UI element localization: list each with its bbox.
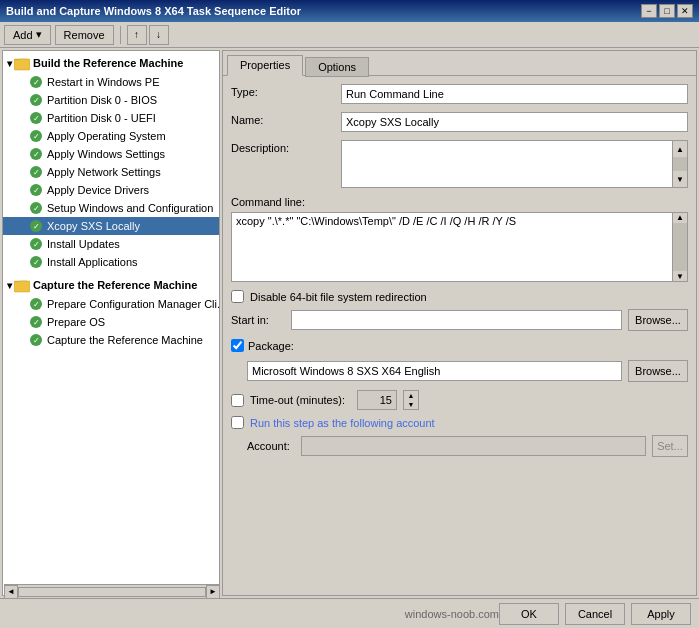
tree-items-group2: ✓Prepare Configuration Manager Cli...✓Pr…	[3, 295, 219, 349]
account-label: Account:	[231, 440, 301, 452]
disable-64bit-row: Disable 64-bit file system redirection	[231, 290, 688, 303]
tree-item-label-9: Xcopy SXS Locally	[47, 220, 140, 232]
run-as-label: Run this step as the following account	[250, 417, 435, 429]
timeout-label: Time-out (minutes):	[250, 394, 345, 406]
svg-rect-0	[14, 59, 30, 70]
tree-item-4[interactable]: ✓Apply Operating System	[3, 127, 219, 145]
h-scroll-right[interactable]: ►	[206, 585, 220, 599]
tab-properties[interactable]: Properties	[227, 55, 303, 76]
package-value-row: Browse...	[231, 360, 688, 382]
check-icon-g2-2: ✓	[29, 315, 43, 329]
watermark: windows-noob.com	[405, 608, 499, 620]
ok-button[interactable]: OK	[499, 603, 559, 625]
toolbar-icons: ↑ ↓	[127, 25, 169, 45]
cancel-button[interactable]: Cancel	[565, 603, 625, 625]
check-icon-3: ✓	[29, 111, 43, 125]
browse-button-1[interactable]: Browse...	[628, 309, 688, 331]
check-icon-2: ✓	[29, 93, 43, 107]
start-in-input[interactable]	[291, 310, 622, 330]
add-button[interactable]: Add ▾	[4, 25, 51, 45]
tree-item-3[interactable]: ✓Partition Disk 0 - UEFI	[3, 109, 219, 127]
check-icon-8: ✓	[29, 201, 43, 215]
scroll-up-btn[interactable]: ▲	[673, 142, 687, 156]
type-field	[341, 84, 688, 104]
apply-button[interactable]: Apply	[631, 603, 691, 625]
package-row: Package:	[231, 339, 688, 352]
tree-item-6[interactable]: ✓Apply Network Settings	[3, 163, 219, 181]
command-scrollbar: ▲ ▼	[672, 212, 688, 282]
check-icon-10: ✓	[29, 237, 43, 251]
tree-item-g2-3[interactable]: ✓Capture the Reference Machine	[3, 331, 219, 349]
svg-rect-1	[14, 281, 30, 292]
account-input[interactable]	[301, 436, 646, 456]
folder-icon-2	[14, 277, 30, 293]
toolbar-icon-1[interactable]: ↑	[127, 25, 147, 45]
tree-item-1[interactable]: ✓Restart in Windows PE	[3, 73, 219, 91]
timeout-checkbox[interactable]	[231, 394, 244, 407]
tree-group-capture[interactable]: ▾ Capture the Reference Machine	[3, 275, 219, 295]
tree-group-capture-label: Capture the Reference Machine	[33, 279, 197, 291]
disable-64bit-checkbox[interactable]	[231, 290, 244, 303]
tree-item-5[interactable]: ✓Apply Windows Settings	[3, 145, 219, 163]
tree-group-build[interactable]: ▾ Build the Reference Machine	[3, 53, 219, 73]
package-input[interactable]	[247, 361, 622, 381]
timeout-row: Time-out (minutes): ▲ ▼	[231, 390, 688, 410]
type-row: Type:	[231, 84, 688, 104]
tree-item-g2-label-2: Prepare OS	[47, 316, 105, 328]
description-textarea[interactable]	[341, 140, 672, 188]
horizontal-scrollbar: ◄ ►	[4, 584, 220, 598]
tree-item-2[interactable]: ✓Partition Disk 0 - BIOS	[3, 91, 219, 109]
name-label: Name:	[231, 112, 341, 126]
minimize-button[interactable]: −	[641, 4, 657, 18]
tree-item-10[interactable]: ✓Install Updates	[3, 235, 219, 253]
spin-down[interactable]: ▼	[404, 400, 418, 409]
scroll-down-btn[interactable]: ▼	[673, 172, 687, 186]
check-icon-11: ✓	[29, 255, 43, 269]
tree-group-build-label: Build the Reference Machine	[33, 57, 183, 69]
h-scroll-left[interactable]: ◄	[4, 585, 18, 599]
spin-up[interactable]: ▲	[404, 391, 418, 400]
start-in-row: Start in: Browse...	[231, 309, 688, 331]
maximize-button[interactable]: □	[659, 4, 675, 18]
bottom-bar: windows-noob.com OK Cancel Apply	[0, 598, 699, 628]
check-icon-6: ✓	[29, 165, 43, 179]
start-in-label: Start in:	[231, 314, 291, 326]
tree-item-8[interactable]: ✓Setup Windows and Configuration	[3, 199, 219, 217]
main-content: ▾ Build the Reference Machine ✓Restart i…	[0, 48, 699, 598]
form-content: Type: Name: Description: ▲	[223, 76, 696, 595]
cmd-scroll-up[interactable]: ▲	[676, 213, 684, 222]
folder-icon-1	[14, 55, 30, 71]
tree-item-label-6: Apply Network Settings	[47, 166, 161, 178]
check-icon-g2-1: ✓	[29, 297, 43, 311]
tree-item-7[interactable]: ✓Apply Device Drivers	[3, 181, 219, 199]
tree-item-g2-1[interactable]: ✓Prepare Configuration Manager Cli...	[3, 295, 219, 313]
timeout-input[interactable]	[357, 390, 397, 410]
browse-button-2[interactable]: Browse...	[628, 360, 688, 382]
cmd-scroll-down[interactable]: ▼	[676, 272, 684, 281]
toolbar-separator	[120, 26, 121, 44]
toolbar-icon-2[interactable]: ↓	[149, 25, 169, 45]
tree-item-label-11: Install Applications	[47, 256, 138, 268]
tree-item-11[interactable]: ✓Install Applications	[3, 253, 219, 271]
close-button[interactable]: ✕	[677, 4, 693, 18]
package-checkbox[interactable]	[231, 339, 244, 352]
expand-icon-1: ▾	[7, 58, 12, 69]
check-icon-1: ✓	[29, 75, 43, 89]
remove-button[interactable]: Remove	[55, 25, 114, 45]
tab-options[interactable]: Options	[305, 57, 369, 77]
command-line-textarea[interactable]	[231, 212, 672, 282]
name-input[interactable]	[341, 112, 688, 132]
left-panel: ▾ Build the Reference Machine ✓Restart i…	[2, 50, 220, 596]
tree-item-label-4: Apply Operating System	[47, 130, 166, 142]
check-icon-7: ✓	[29, 183, 43, 197]
run-as-checkbox[interactable]	[231, 416, 244, 429]
account-row: Account: Set...	[231, 435, 688, 457]
tree-section-1: ▾ Build the Reference Machine ✓Restart i…	[3, 51, 219, 273]
description-field: ▲ ▼	[341, 140, 688, 188]
tree-item-g2-2[interactable]: ✓Prepare OS	[3, 313, 219, 331]
window-controls: − □ ✕	[641, 4, 693, 18]
h-scroll-track[interactable]	[18, 587, 206, 597]
type-input[interactable]	[341, 84, 688, 104]
tree-item-9[interactable]: ✓Xcopy SXS Locally	[3, 217, 219, 235]
set-button[interactable]: Set...	[652, 435, 688, 457]
